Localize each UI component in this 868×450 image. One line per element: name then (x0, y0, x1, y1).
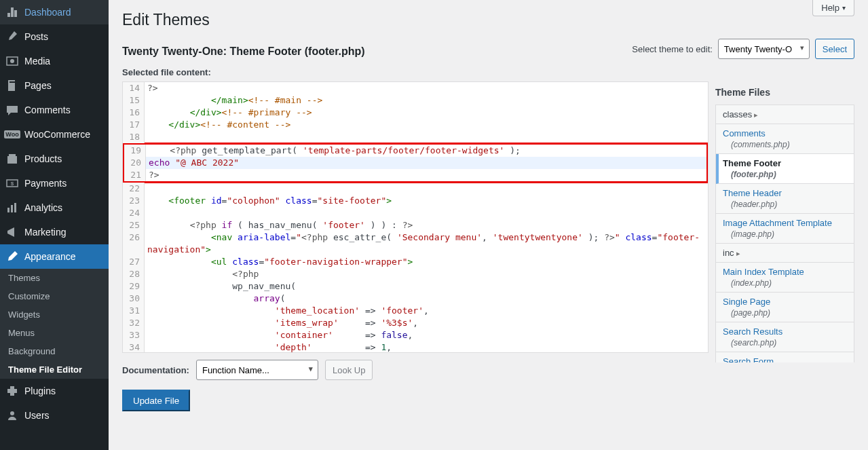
theme-file-theme-footer[interactable]: Theme Footer(footer.php) (716, 154, 854, 184)
sidebar-item-marketing[interactable]: Marketing (0, 220, 109, 244)
submenu-item-menus[interactable]: Menus (0, 324, 109, 342)
sidebar-item-label: Analytics (24, 202, 62, 213)
sidebar-item-label: Comments (24, 105, 71, 115)
svg-rect-3 (10, 81, 16, 83)
submenu-item-background[interactable]: Background (0, 342, 109, 360)
sidebar-item-label: Users (24, 410, 50, 421)
svg-rect-4 (7, 156, 17, 164)
submenu-item-widgets[interactable]: Widgets (0, 305, 109, 324)
update-file-button[interactable]: Update File (122, 390, 190, 411)
sidebar-item-media[interactable]: Media (0, 49, 109, 73)
theme-file-comments[interactable]: Comments(comments.php) (716, 124, 854, 154)
svg-point-11 (10, 411, 14, 415)
sidebar-item-label: Products (24, 153, 62, 164)
theme-file-image-attachment-template[interactable]: Image Attachment Template(image.php) (716, 214, 854, 244)
comment-icon (5, 103, 19, 117)
submenu-item-themes[interactable]: Themes (0, 269, 109, 287)
sidebar-item-label: Pages (24, 80, 52, 91)
sidebar-item-posts[interactable]: Posts (0, 24, 109, 49)
sidebar-item-label: Payments (24, 178, 67, 189)
sidebar-item-dashboard[interactable]: Dashboard (0, 0, 109, 24)
dashboard-icon (5, 5, 19, 19)
svg-text:$: $ (11, 181, 14, 187)
analytics-icon (5, 201, 19, 214)
select-theme-label: Select theme to edit: (632, 44, 713, 54)
theme-file-classes[interactable]: classes (716, 105, 854, 124)
theme-files-heading: Theme Files (715, 81, 854, 105)
theme-file-search-results[interactable]: Search Results(search.php) (716, 322, 854, 352)
pin-icon (5, 30, 19, 43)
sidebar-item-analytics[interactable]: Analytics (0, 195, 109, 220)
sidebar-item-label: Posts (24, 31, 48, 42)
admin-sidebar: DashboardPostsMediaPagesCommentsWooWooCo… (0, 0, 109, 450)
sidebar-item-label: Media (24, 56, 50, 67)
users-icon (5, 409, 19, 422)
svg-rect-5 (9, 154, 16, 156)
svg-rect-8 (7, 208, 10, 212)
theme-file-search-form[interactable]: Search Form (716, 352, 854, 362)
sidebar-item-plugins[interactable]: Plugins (0, 379, 109, 403)
help-tab[interactable]: Help (812, 0, 854, 16)
highlighted-code-block: 19 <?php get_template_part( 'template-pa… (122, 143, 709, 183)
selected-file-label: Selected file content: (122, 67, 854, 77)
plugin-icon (5, 384, 19, 398)
main-content: Help Edit Themes Twenty Twenty-One: Them… (109, 0, 868, 450)
page-title: Edit Themes (122, 0, 854, 32)
code-editor[interactable]: 14?> 15 </main><!-- #main --> 16 </div><… (122, 81, 709, 353)
submenu-item-customize[interactable]: Customize (0, 287, 109, 305)
product-icon (5, 152, 19, 166)
page-icon (5, 79, 19, 92)
svg-rect-9 (11, 205, 13, 212)
media-icon (5, 54, 19, 68)
sidebar-item-label: Appearance (24, 251, 76, 262)
sidebar-item-users[interactable]: Users (0, 403, 109, 428)
theme-file-main-index-template[interactable]: Main Index Template(index.php) (716, 263, 854, 293)
sidebar-item-comments[interactable]: Comments (0, 98, 109, 122)
woo-icon: Woo (5, 128, 19, 141)
theme-file-single-page[interactable]: Single Page(page.php) (716, 293, 854, 322)
theme-files-list[interactable]: classesComments(comments.php)Theme Foote… (715, 105, 854, 362)
svg-point-0 (10, 59, 14, 63)
sidebar-item-label: Plugins (24, 386, 56, 396)
documentation-label: Documentation: (122, 365, 189, 375)
appearance-icon (5, 250, 19, 263)
sidebar-item-label: Dashboard (24, 7, 71, 18)
lookup-button[interactable]: Look Up (325, 360, 373, 380)
sidebar-item-label: Marketing (24, 227, 66, 238)
function-name-select[interactable]: Function Name... (196, 360, 318, 380)
marketing-icon (5, 225, 19, 239)
sidebar-item-appearance[interactable]: Appearance (0, 244, 109, 269)
sidebar-item-pages[interactable]: Pages (0, 73, 109, 98)
sidebar-item-woocommerce[interactable]: WooWooCommerce (0, 122, 109, 147)
sidebar-item-payments[interactable]: $Payments (0, 171, 109, 195)
theme-select[interactable]: Twenty Twenty-O (718, 39, 810, 59)
submenu-item-theme-file-editor[interactable]: Theme File Editor (0, 360, 109, 379)
sidebar-item-products[interactable]: Products (0, 147, 109, 171)
svg-rect-10 (14, 203, 16, 212)
payment-icon: $ (5, 176, 19, 190)
sidebar-item-label: WooCommerce (24, 129, 90, 140)
theme-file-inc[interactable]: inc (716, 244, 854, 263)
theme-file-theme-header[interactable]: Theme Header(header.php) (716, 184, 854, 214)
select-button[interactable]: Select (815, 39, 854, 59)
